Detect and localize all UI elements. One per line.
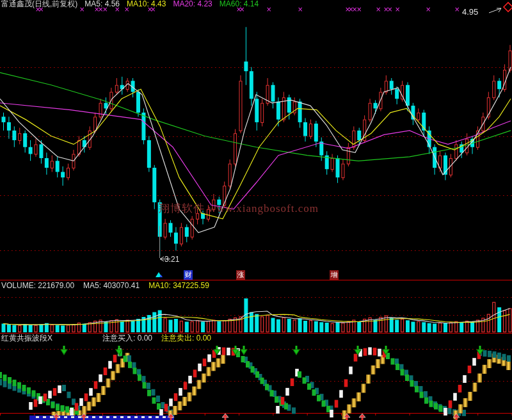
low-price-label: 3.21: [164, 255, 179, 264]
watermark: 翔博软件 www.xiangbosoft.com: [159, 201, 319, 216]
ma5-value: MA5: 4.56: [84, 0, 120, 8]
volume-ma5-value: MA5: 403070.41: [83, 282, 140, 290]
app-window: 富通鑫茂(日线,前复权) MA5: 4.56 MA10: 4.43 MA20: …: [0, 0, 512, 420]
event-badge: 涨: [236, 270, 245, 280]
main-chart-header: 富通鑫茂(日线,前复权) MA5: 4.56 MA10: 4.43 MA20: …: [1, 0, 259, 8]
volume-value: VOLUME: 221679.00: [1, 282, 74, 290]
indicator-name: 红黄共振波段X: [1, 334, 52, 343]
main-chart-panel[interactable]: [0, 0, 512, 280]
high-price-label: 4.95: [462, 7, 478, 17]
volume-ma10-value: MA10: 347225.59: [148, 282, 209, 290]
volume-header: VOLUME: 221679.00 MA5: 403070.41 MA10: 3…: [1, 282, 209, 290]
ma10-value: MA10: 4.43: [127, 0, 166, 8]
indicator-header: 红黄共振波段X 注意买入: 0.00 注意卖出: 0.00: [0, 334, 512, 343]
date-range-box[interactable]: [29, 415, 175, 420]
indicator-buy-value: 注意买入: 0.00: [102, 334, 152, 343]
ma60-value: MA60: 4.14: [220, 0, 259, 8]
indicator-panel[interactable]: [0, 333, 512, 413]
event-badge: 增: [330, 270, 339, 280]
ma20-value: MA20: 4.23: [173, 0, 212, 8]
indicator-sell-value: 注意卖出: 0.00: [161, 334, 211, 343]
event-badge: 财: [184, 270, 193, 280]
stock-title: 富通鑫茂(日线,前复权): [1, 0, 77, 8]
